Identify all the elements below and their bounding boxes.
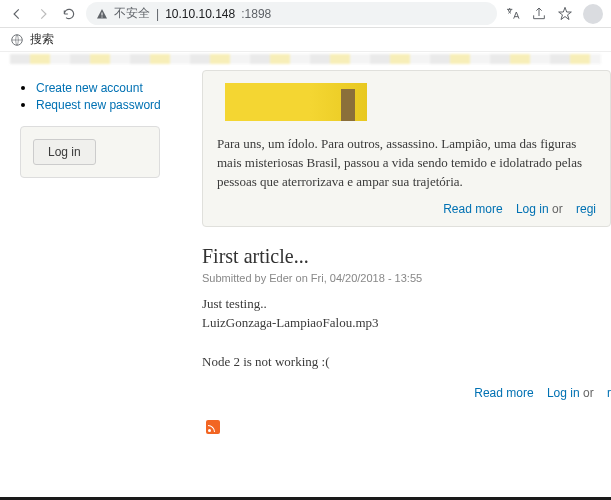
profile-avatar[interactable] — [583, 4, 603, 24]
warning-icon — [96, 8, 108, 20]
article-image — [225, 83, 367, 121]
address-bar[interactable]: 不安全 | 10.10.10.148:1898 — [86, 2, 497, 25]
search-label[interactable]: 搜索 — [30, 31, 54, 48]
share-icon[interactable] — [531, 6, 547, 22]
forward-button[interactable] — [34, 5, 52, 23]
rss-icon[interactable] — [206, 420, 220, 434]
article-links: Read more Log in or r — [202, 386, 611, 400]
submitted-info: Submitted by Eder on Fri, 04/20/2018 - 1… — [202, 272, 611, 284]
article-title[interactable]: First article... — [202, 245, 611, 268]
body-line: Node 2 is not working :( — [202, 352, 611, 372]
browser-toolbar: 不安全 | 10.10.10.148:1898 — [0, 0, 611, 28]
blurred-content — [10, 54, 601, 64]
article-body: Para uns, um ídolo. Para outros, assassi… — [217, 135, 596, 192]
login-link[interactable]: Log in — [547, 386, 580, 400]
sidebar-links: Create new account Request new password — [10, 80, 200, 112]
request-password-link[interactable]: Request new password — [36, 98, 161, 112]
url-port: :1898 — [241, 7, 271, 21]
back-button[interactable] — [8, 5, 26, 23]
read-more-link[interactable]: Read more — [474, 386, 533, 400]
svg-rect-1 — [102, 16, 103, 17]
or-text: or — [552, 202, 563, 216]
body-line: Just testing.. — [202, 294, 611, 314]
url-host: 10.10.10.148 — [165, 7, 235, 21]
insecure-label: 不安全 — [114, 5, 150, 22]
read-more-link[interactable]: Read more — [443, 202, 502, 216]
spacer — [0, 437, 611, 497]
login-link[interactable]: Log in — [516, 202, 549, 216]
page-content: Create new account Request new password … — [0, 70, 611, 437]
list-item: Create new account — [36, 80, 200, 95]
article-body: Just testing.. LuizGonzaga-LampiaoFalou.… — [202, 294, 611, 372]
login-button[interactable]: Log in — [33, 139, 96, 165]
register-link[interactable]: regi — [576, 202, 596, 216]
article-first: First article... Submitted by Eder on Fr… — [202, 245, 611, 400]
search-bar: 搜索 — [0, 28, 611, 52]
globe-icon — [10, 33, 24, 47]
separator: | — [156, 7, 159, 21]
main-content: Para uns, um ídolo. Para outros, assassi… — [200, 70, 611, 437]
reload-button[interactable] — [60, 5, 78, 23]
toolbar-icons — [505, 4, 603, 24]
body-line: LuizGonzaga-LampiaoFalou.mp3 — [202, 313, 611, 333]
sidebar: Create new account Request new password … — [0, 70, 200, 437]
article-lampiao: Para uns, um ídolo. Para outros, assassi… — [202, 70, 611, 227]
article-links: Read more Log in or regi — [217, 202, 596, 216]
translate-icon[interactable] — [505, 6, 521, 22]
footer: Powered by Drupal — [0, 497, 611, 500]
or-text: or — [583, 386, 594, 400]
list-item: Request new password — [36, 97, 200, 112]
bookmark-star-icon[interactable] — [557, 6, 573, 22]
create-account-link[interactable]: Create new account — [36, 81, 143, 95]
svg-rect-0 — [102, 12, 103, 15]
register-link[interactable]: r — [607, 386, 611, 400]
login-box: Log in — [20, 126, 160, 178]
